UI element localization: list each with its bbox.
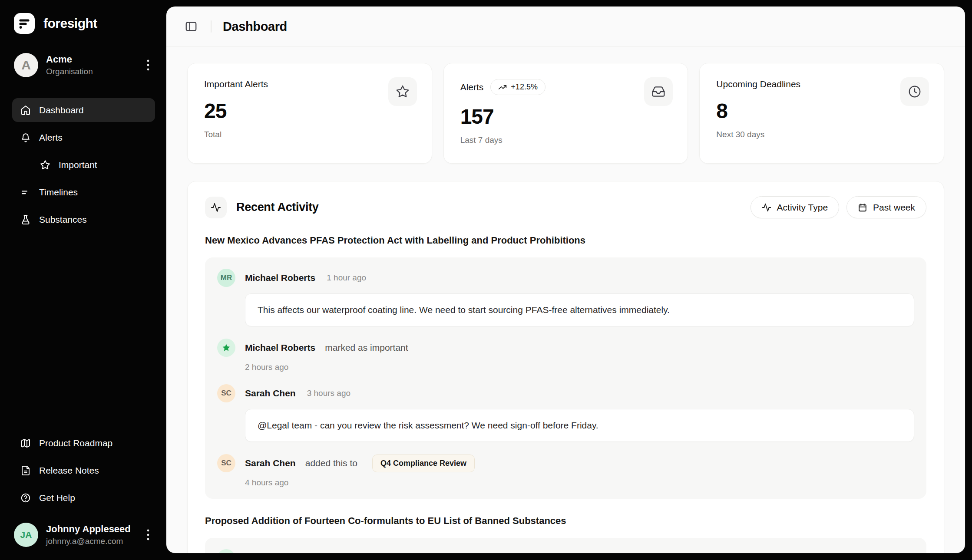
header-divider: [211, 20, 212, 33]
calendar-icon: [858, 203, 867, 212]
feed-group-card: MRMichael Roberts1 hour agoThis affects …: [205, 257, 926, 499]
app-name: foresight: [43, 16, 97, 31]
feed-item-status: Emma Wilsonmarked as important5 hours ag…: [217, 549, 914, 553]
feed-group-title: Proposed Addition of Fourteen Co-formula…: [205, 515, 926, 527]
clock-icon: [900, 77, 929, 106]
content-area: Important Alerts 25 Total Alerts: [166, 47, 965, 553]
stat-value: 157: [460, 105, 671, 128]
filter-label: Activity Type: [777, 202, 828, 213]
feed-item-comment: SCSarah Chen3 hours ago@Legal team - can…: [217, 384, 914, 442]
main-header: Dashboard: [166, 7, 965, 47]
stat-caption: Last 7 days: [460, 135, 671, 145]
collection-badge[interactable]: Q4 Compliance Review: [372, 455, 475, 472]
user-email: johnny.a@acme.com: [46, 537, 131, 546]
sidebar-item-product-roadmap[interactable]: Product Roadmap: [12, 431, 155, 455]
sidebar-item-substances[interactable]: Substances: [12, 208, 155, 231]
stat-value: 8: [716, 99, 927, 123]
foresight-logo-icon: [14, 13, 35, 34]
action-text: marked as important: [325, 343, 408, 353]
stat-title: Important Alerts: [204, 79, 268, 89]
sidebar-item-important[interactable]: Important: [12, 153, 155, 177]
sidebar-item-timelines[interactable]: Timelines: [12, 180, 155, 204]
recent-activity-title: Recent Activity: [236, 201, 319, 214]
org-avatar: A: [14, 53, 38, 77]
user-account[interactable]: JA Johnny Appleseed johnny.a@acme.com: [12, 523, 155, 547]
user-name: Johnny Appleseed: [46, 524, 131, 535]
org-name: Acme: [46, 54, 93, 65]
sidebar-item-label: Substances: [39, 214, 87, 225]
date-range-filter-button[interactable]: Past week: [846, 196, 926, 218]
sidebar-item-label: Product Roadmap: [39, 438, 112, 448]
stat-card-important-alerts: Important Alerts 25 Total: [187, 63, 432, 164]
org-type: Organisation: [46, 67, 93, 76]
actor-name: Michael Roberts: [245, 273, 315, 283]
sidebar-item-get-help[interactable]: Get Help: [12, 486, 155, 510]
sidebar-item-label: Get Help: [39, 493, 75, 503]
sidebar-item-alerts[interactable]: Alerts: [12, 125, 155, 149]
sidebar: foresight A Acme Organisation DashboardA…: [0, 0, 166, 560]
star-filled-icon: [217, 339, 235, 357]
stat-card-upcoming-deadlines: Upcoming Deadlines 8 Next 30 days: [699, 63, 944, 164]
stat-value: 25: [204, 99, 415, 123]
main-panel: Dashboard Important Alerts 25 Total Aler…: [166, 7, 965, 553]
star-icon: [40, 160, 50, 170]
file-text-icon: [20, 465, 31, 476]
sidebar-toggle-icon[interactable]: [183, 18, 199, 35]
page-title: Dashboard: [223, 20, 287, 34]
inbox-icon: [644, 77, 673, 106]
trending-up-icon: [498, 83, 507, 92]
actor-name: Michael Roberts: [245, 343, 315, 353]
recent-activity-header: Recent Activity Activity Type Past week: [205, 196, 926, 218]
help-circle-icon: [20, 493, 31, 503]
filter-label: Past week: [873, 202, 915, 213]
stat-title: Upcoming Deadlines: [716, 79, 800, 89]
timestamp: 1 hour ago: [327, 273, 366, 283]
sidebar-item-label: Dashboard: [39, 105, 84, 115]
activity-feed: New Mexico Advances PFAS Protection Act …: [205, 235, 926, 553]
star-filled-icon: [217, 549, 235, 553]
feed-group-title: New Mexico Advances PFAS Protection Act …: [205, 235, 926, 246]
stat-title: Alerts: [460, 82, 484, 92]
home-icon: [20, 105, 31, 115]
avatar: SC: [217, 454, 235, 472]
sidebar-item-label: Alerts: [39, 132, 63, 143]
map-icon: [20, 438, 31, 448]
trend-badge: +12.5%: [490, 79, 546, 95]
timestamp: 3 hours ago: [307, 389, 350, 398]
sidebar-item-label: Release Notes: [39, 465, 99, 476]
avatar: SC: [217, 384, 235, 402]
actor-name: Sarah Chen: [245, 388, 296, 399]
sidebar-item-dashboard[interactable]: Dashboard: [12, 98, 155, 122]
activity-icon: [762, 203, 771, 212]
bell-icon: [20, 132, 31, 143]
user-avatar: JA: [14, 523, 38, 547]
flask-icon: [20, 214, 31, 225]
feed-item-collection: SCSarah Chenadded this toQ4 Compliance R…: [217, 454, 914, 488]
activity-type-filter-button[interactable]: Activity Type: [750, 196, 840, 218]
timestamp: 2 hours ago: [245, 362, 914, 372]
feed-item-comment: MRMichael Roberts1 hour agoThis affects …: [217, 269, 914, 326]
org-menu-button[interactable]: [143, 55, 153, 75]
comment-bubble: @Legal team - can you review the risk as…: [245, 409, 914, 442]
comment-bubble: This affects our waterproof coating line…: [245, 293, 914, 326]
sidebar-footer-nav: Product RoadmapRelease NotesGet Help: [12, 431, 155, 510]
trend-value: +12.5%: [511, 82, 538, 92]
timestamp: 4 hours ago: [245, 478, 914, 488]
action-text: added this to: [305, 458, 357, 468]
star-icon: [388, 77, 417, 106]
sidebar-item-release-notes[interactable]: Release Notes: [12, 458, 155, 482]
actor-name: Sarah Chen: [245, 458, 296, 468]
user-menu-button[interactable]: [143, 525, 153, 545]
feed-item-status: Michael Robertsmarked as important2 hour…: [217, 339, 914, 372]
app-logo: foresight: [12, 13, 155, 34]
sidebar-item-label: Timelines: [39, 187, 78, 198]
feed-group-card: Emma Wilsonmarked as important5 hours ag…: [205, 538, 926, 553]
stat-caption: Total: [204, 130, 415, 139]
stat-caption: Next 30 days: [716, 130, 927, 139]
recent-activity-card: Recent Activity Activity Type Past week: [187, 181, 944, 553]
sidebar-item-label: Important: [59, 160, 97, 170]
stat-card-alerts: Alerts +12.5% 157 Last 7 days: [443, 63, 688, 164]
timeline-icon: [20, 187, 31, 198]
org-switcher[interactable]: A Acme Organisation: [12, 53, 155, 77]
activity-icon: [205, 197, 227, 218]
